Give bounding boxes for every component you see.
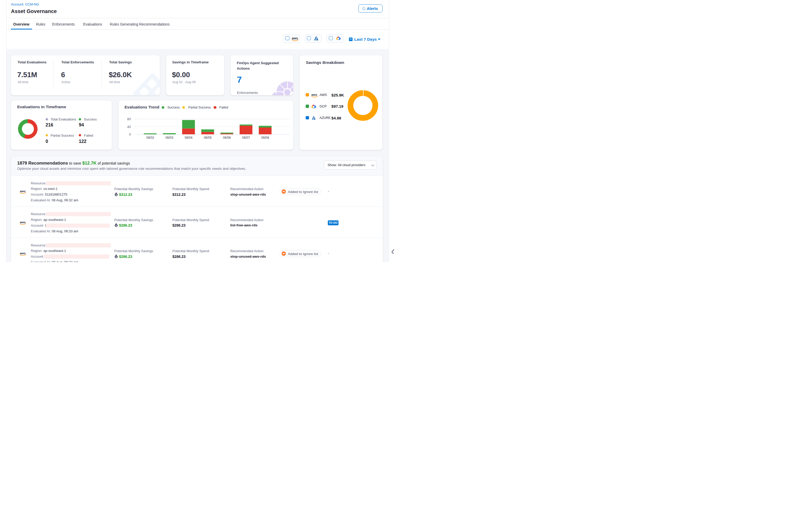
- svg-text:aws: aws: [292, 37, 298, 40]
- svg-text:08/04: 08/04: [184, 136, 192, 139]
- svg-text:aws: aws: [20, 190, 25, 193]
- svg-text:aws: aws: [20, 221, 25, 224]
- svg-text:40: 40: [127, 125, 131, 129]
- svg-text:08/03: 08/03: [165, 136, 173, 139]
- svg-text:80: 80: [127, 117, 131, 121]
- svg-text:08/05: 08/05: [204, 136, 211, 139]
- svg-text:$: $: [116, 225, 117, 227]
- svg-text:08/02: 08/02: [146, 136, 154, 139]
- svg-text:$: $: [116, 255, 117, 258]
- svg-text:08/06: 08/06: [223, 136, 230, 139]
- svg-text:0: 0: [129, 132, 131, 136]
- svg-text:08/07: 08/07: [242, 136, 250, 139]
- svg-text:08/08: 08/08: [261, 136, 269, 139]
- svg-text:aws: aws: [20, 252, 25, 255]
- svg-text:$: $: [116, 193, 117, 196]
- svg-text:aws: aws: [311, 93, 317, 96]
